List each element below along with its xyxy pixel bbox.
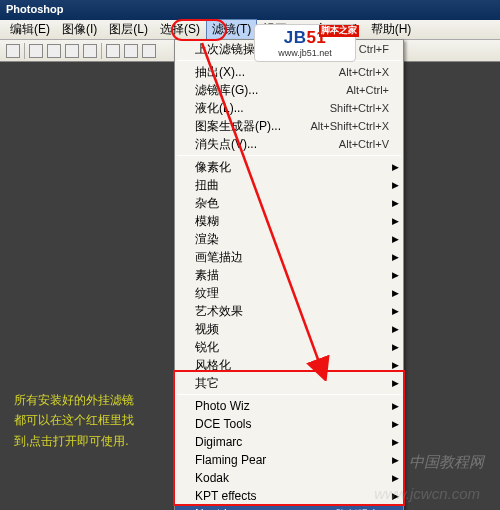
tool-icon[interactable] xyxy=(65,44,79,58)
menu-item[interactable]: KPT effects▶ xyxy=(175,487,403,505)
menu-label: Digimarc xyxy=(195,435,242,449)
submenu-arrow-icon: ▶ xyxy=(392,360,399,370)
menu-item[interactable]: 艺术效果▶ xyxy=(175,302,403,320)
caption-line: 都可以在这个红框里找 xyxy=(14,410,164,430)
menu-item[interactable]: 纹理▶ xyxy=(175,284,403,302)
caption-line: 到,点击打开即可使用. xyxy=(14,431,164,451)
menu-shortcut: Alt+Ctrl+X xyxy=(339,66,389,78)
menu-3[interactable]: 选择(S) xyxy=(154,19,206,40)
menu-item[interactable]: 锐化▶ xyxy=(175,338,403,356)
tool-icon[interactable] xyxy=(124,44,138,58)
menu-item[interactable]: Flaming Pear▶ xyxy=(175,451,403,469)
menu-1[interactable]: 图像(I) xyxy=(56,19,103,40)
tool-icon[interactable] xyxy=(29,44,43,58)
submenu-arrow-icon: ▶ xyxy=(392,234,399,244)
tool-icon[interactable] xyxy=(142,44,156,58)
menu-item[interactable]: 风格化▶ xyxy=(175,356,403,374)
menu-label: 图案生成器(P)... xyxy=(195,118,281,135)
tool-icon[interactable] xyxy=(6,44,20,58)
menu-label: 风格化 xyxy=(195,357,231,374)
menu-label: 画笔描边 xyxy=(195,249,243,266)
menu-label: 模糊 xyxy=(195,213,219,230)
menu-label: 视频 xyxy=(195,321,219,338)
menu-item[interactable]: 视频▶ xyxy=(175,320,403,338)
annotation-caption: 所有安装好的外挂滤镜 都可以在这个红框里找 到,点击打开即可使用. xyxy=(14,390,164,451)
menu-label: 素描 xyxy=(195,267,219,284)
menu-item[interactable]: Kodak▶ xyxy=(175,469,403,487)
submenu-arrow-icon: ▶ xyxy=(392,455,399,465)
menu-4[interactable]: 滤镜(T) xyxy=(206,19,257,40)
menu-separator xyxy=(177,394,401,395)
menu-shortcut: Alt+Ctrl+ xyxy=(346,84,389,96)
menu-item[interactable]: 像素化▶ xyxy=(175,158,403,176)
menu-label: KPT effects xyxy=(195,489,257,503)
menu-item[interactable]: 素描▶ xyxy=(175,266,403,284)
tool-icon[interactable] xyxy=(106,44,120,58)
menu-item[interactable]: Digimarc▶ xyxy=(175,433,403,451)
submenu-arrow-icon: ▶ xyxy=(392,491,399,501)
menu-label: Flaming Pear xyxy=(195,453,266,467)
menu-item[interactable]: 滤镜库(G)...Alt+Ctrl+ xyxy=(175,81,403,99)
menu-shortcut: Alt+Ctrl+V xyxy=(339,138,389,150)
filter-menu: 上次滤镜操作 Ctrl+F 抽出(X)...Alt+Ctrl+X滤镜库(G)..… xyxy=(174,39,404,510)
menu-item[interactable]: 画笔描边▶ xyxy=(175,248,403,266)
separator xyxy=(101,43,102,59)
menu-2[interactable]: 图层(L) xyxy=(103,19,154,40)
app-title: Photoshop xyxy=(6,3,63,15)
submenu-arrow-icon: ▶ xyxy=(392,270,399,280)
caption-line: 所有安装好的外挂滤镜 xyxy=(14,390,164,410)
menu-label: 抽出(X)... xyxy=(195,64,245,81)
tool-icon[interactable] xyxy=(83,44,97,58)
menu-right-label: 降低噪点... xyxy=(336,507,389,511)
menu-label: DCE Tools xyxy=(195,417,251,431)
menu-label: 渲染 xyxy=(195,231,219,248)
menu-item[interactable]: 消失点(V)...Alt+Ctrl+V xyxy=(175,135,403,153)
menu-item[interactable]: Neat Image降低噪点...▶ xyxy=(175,505,403,510)
menu-separator xyxy=(177,155,401,156)
menu-label: Photo Wiz xyxy=(195,399,250,413)
menu-item[interactable]: 图案生成器(P)...Alt+Shift+Ctrl+X xyxy=(175,117,403,135)
menubar: 编辑(E)图像(I)图层(L)选择(S)滤镜(T)视图(V)窗口(W)帮助(H) xyxy=(0,20,500,40)
logo-cn: 脚本之家 xyxy=(319,25,359,37)
menu-label: 液化(L)... xyxy=(195,100,244,117)
submenu-arrow-icon: ▶ xyxy=(392,342,399,352)
menu-label: 杂色 xyxy=(195,195,219,212)
menu-label: 扭曲 xyxy=(195,177,219,194)
menu-item[interactable]: DCE Tools▶ xyxy=(175,415,403,433)
submenu-arrow-icon: ▶ xyxy=(392,306,399,316)
submenu-arrow-icon: ▶ xyxy=(392,473,399,483)
menu-item[interactable]: 抽出(X)...Alt+Ctrl+X xyxy=(175,63,403,81)
menu-label: 锐化 xyxy=(195,339,219,356)
separator xyxy=(24,43,25,59)
menu-item[interactable]: 液化(L)...Shift+Ctrl+X xyxy=(175,99,403,117)
submenu-arrow-icon: ▶ xyxy=(392,162,399,172)
menu-shortcut: Shift+Ctrl+X xyxy=(330,102,389,114)
menu-item[interactable]: 渲染▶ xyxy=(175,230,403,248)
submenu-arrow-icon: ▶ xyxy=(392,216,399,226)
menu-label: 像素化 xyxy=(195,159,231,176)
submenu-arrow-icon: ▶ xyxy=(392,419,399,429)
menu-0[interactable]: 编辑(E) xyxy=(4,19,56,40)
menu-label: 滤镜库(G)... xyxy=(195,82,258,99)
menu-item[interactable]: Photo Wiz▶ xyxy=(175,397,403,415)
menu-item[interactable]: 其它▶ xyxy=(175,374,403,392)
menu-item[interactable]: 模糊▶ xyxy=(175,212,403,230)
submenu-arrow-icon: ▶ xyxy=(392,324,399,334)
submenu-arrow-icon: ▶ xyxy=(392,252,399,262)
menu-shortcut: Ctrl+F xyxy=(359,43,389,55)
logo-url: www.jb51.net xyxy=(278,48,332,58)
menu-item[interactable]: 扭曲▶ xyxy=(175,176,403,194)
menu-label: 其它 xyxy=(195,375,219,392)
submenu-arrow-icon: ▶ xyxy=(392,288,399,298)
submenu-arrow-icon: ▶ xyxy=(392,437,399,447)
menu-label: 消失点(V)... xyxy=(195,136,257,153)
menu-item[interactable]: 杂色▶ xyxy=(175,194,403,212)
menu-label: Kodak xyxy=(195,471,229,485)
submenu-arrow-icon: ▶ xyxy=(392,180,399,190)
menu-label: 纹理 xyxy=(195,285,219,302)
submenu-arrow-icon: ▶ xyxy=(392,401,399,411)
tool-icon[interactable] xyxy=(47,44,61,58)
submenu-arrow-icon: ▶ xyxy=(392,378,399,388)
menu-7[interactable]: 帮助(H) xyxy=(365,19,418,40)
menu-label: 艺术效果 xyxy=(195,303,243,320)
